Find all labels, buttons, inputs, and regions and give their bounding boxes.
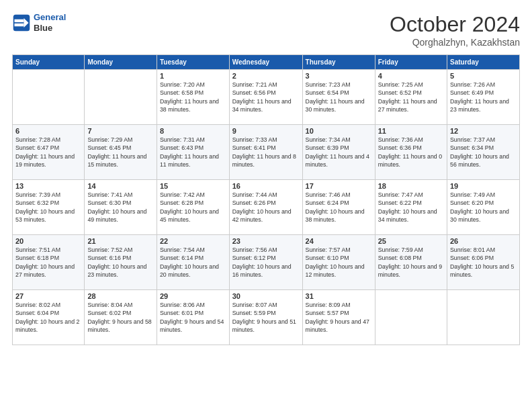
day-number: 24 [306, 237, 372, 245]
day-info: Sunrise: 7:26 AMSunset: 6:49 PMDaylight:… [450, 81, 517, 113]
calendar-cell: 2Sunrise: 7:21 AMSunset: 6:56 PMDaylight… [229, 70, 302, 125]
day-number: 13 [15, 182, 81, 190]
day-number: 6 [15, 127, 81, 135]
calendar-cell: 3Sunrise: 7:23 AMSunset: 6:54 PMDaylight… [302, 70, 375, 125]
day-number: 2 [232, 72, 300, 80]
calendar-cell: 8Sunrise: 7:31 AMSunset: 6:43 PMDaylight… [157, 125, 229, 180]
day-number: 11 [378, 127, 444, 135]
day-number: 14 [87, 182, 154, 190]
day-info: Sunrise: 8:06 AMSunset: 6:01 PMDaylight:… [160, 301, 226, 334]
day-info: Sunrise: 7:29 AMSunset: 6:45 PMDaylight:… [87, 136, 154, 169]
day-info: Sunrise: 7:51 AMSunset: 6:18 PMDaylight:… [15, 246, 81, 279]
calendar-cell: 5Sunrise: 7:26 AMSunset: 6:49 PMDaylight… [447, 70, 519, 125]
calendar-cell: 14Sunrise: 7:41 AMSunset: 6:30 PMDayligh… [85, 180, 157, 235]
day-number: 18 [378, 182, 444, 190]
calendar-cell: 6Sunrise: 7:28 AMSunset: 6:47 PMDaylight… [13, 125, 85, 180]
title-block: October 2024 Qorghalzhyn, Kazakhstan [390, 12, 520, 48]
logo-blue: Blue [34, 23, 66, 34]
calendar-cell: 18Sunrise: 7:47 AMSunset: 6:22 PMDayligh… [375, 180, 447, 235]
calendar-cell: 29Sunrise: 8:06 AMSunset: 6:01 PMDayligh… [157, 290, 229, 345]
day-number: 25 [378, 237, 444, 245]
day-info: Sunrise: 7:56 AMSunset: 6:12 PMDaylight:… [232, 246, 300, 279]
calendar-week-row: 13Sunrise: 7:39 AMSunset: 6:32 PMDayligh… [13, 180, 520, 235]
day-number: 19 [450, 182, 517, 190]
day-info: Sunrise: 7:31 AMSunset: 6:43 PMDaylight:… [160, 136, 226, 169]
day-number: 31 [306, 292, 372, 300]
day-info: Sunrise: 7:47 AMSunset: 6:22 PMDaylight:… [378, 191, 444, 224]
day-info: Sunrise: 7:33 AMSunset: 6:41 PMDaylight:… [232, 136, 300, 169]
calendar-cell: 24Sunrise: 7:57 AMSunset: 6:10 PMDayligh… [302, 235, 375, 290]
day-number: 27 [15, 292, 81, 300]
day-number: 26 [450, 237, 517, 245]
day-number: 1 [160, 72, 226, 80]
calendar-cell [85, 70, 157, 125]
calendar-week-row: 27Sunrise: 8:02 AMSunset: 6:04 PMDayligh… [13, 290, 520, 345]
calendar-cell [375, 290, 447, 345]
day-info: Sunrise: 7:37 AMSunset: 6:34 PMDaylight:… [450, 136, 517, 169]
calendar-cell: 27Sunrise: 8:02 AMSunset: 6:04 PMDayligh… [13, 290, 85, 345]
calendar-cell: 28Sunrise: 8:04 AMSunset: 6:02 PMDayligh… [85, 290, 157, 345]
month-title: October 2024 [390, 12, 520, 37]
calendar-cell: 19Sunrise: 7:49 AMSunset: 6:20 PMDayligh… [447, 180, 519, 235]
day-info: Sunrise: 7:34 AMSunset: 6:39 PMDaylight:… [306, 136, 372, 169]
calendar-cell [447, 290, 519, 345]
calendar-cell: 7Sunrise: 7:29 AMSunset: 6:45 PMDaylight… [85, 125, 157, 180]
day-info: Sunrise: 7:23 AMSunset: 6:54 PMDaylight:… [306, 81, 372, 113]
calendar-week-row: 1Sunrise: 7:20 AMSunset: 6:58 PMDaylight… [13, 70, 520, 125]
logo-general: General [34, 12, 66, 22]
day-number: 9 [232, 127, 300, 135]
calendar-cell: 22Sunrise: 7:54 AMSunset: 6:14 PMDayligh… [157, 235, 229, 290]
day-number: 10 [306, 127, 372, 135]
calendar-cell: 9Sunrise: 7:33 AMSunset: 6:41 PMDaylight… [229, 125, 302, 180]
calendar-cell: 20Sunrise: 7:51 AMSunset: 6:18 PMDayligh… [13, 235, 85, 290]
calendar-cell: 12Sunrise: 7:37 AMSunset: 6:34 PMDayligh… [447, 125, 519, 180]
day-number: 29 [160, 292, 226, 300]
day-number: 17 [306, 182, 372, 190]
calendar-cell: 10Sunrise: 7:34 AMSunset: 6:39 PMDayligh… [302, 125, 375, 180]
day-info: Sunrise: 7:49 AMSunset: 6:20 PMDaylight:… [450, 191, 517, 224]
calendar-week-row: 6Sunrise: 7:28 AMSunset: 6:47 PMDaylight… [13, 125, 520, 180]
day-number: 16 [232, 182, 300, 190]
location: Qorghalzhyn, Kazakhstan [390, 37, 520, 48]
day-number: 30 [232, 292, 300, 300]
day-info: Sunrise: 7:44 AMSunset: 6:26 PMDaylight:… [232, 191, 300, 224]
day-info: Sunrise: 8:01 AMSunset: 6:06 PMDaylight:… [450, 246, 517, 279]
weekday-header: Wednesday [229, 55, 302, 70]
weekday-header: Friday [375, 55, 447, 70]
weekday-header: Tuesday [157, 55, 229, 70]
day-info: Sunrise: 7:28 AMSunset: 6:47 PMDaylight:… [15, 136, 81, 169]
day-info: Sunrise: 7:21 AMSunset: 6:56 PMDaylight:… [232, 81, 300, 113]
day-info: Sunrise: 7:41 AMSunset: 6:30 PMDaylight:… [87, 191, 154, 224]
day-number: 4 [378, 72, 444, 80]
weekday-header: Sunday [13, 55, 85, 70]
day-number: 21 [87, 237, 154, 245]
calendar-cell: 26Sunrise: 8:01 AMSunset: 6:06 PMDayligh… [447, 235, 519, 290]
day-info: Sunrise: 8:02 AMSunset: 6:04 PMDaylight:… [15, 301, 81, 334]
day-number: 7 [87, 127, 154, 135]
calendar-cell: 23Sunrise: 7:56 AMSunset: 6:12 PMDayligh… [229, 235, 302, 290]
day-info: Sunrise: 7:20 AMSunset: 6:58 PMDaylight:… [160, 81, 226, 113]
calendar-cell: 13Sunrise: 7:39 AMSunset: 6:32 PMDayligh… [13, 180, 85, 235]
day-number: 5 [450, 72, 517, 80]
logo-icon [12, 13, 31, 32]
calendar-table: SundayMondayTuesdayWednesdayThursdayFrid… [12, 54, 520, 345]
svg-rect-3 [15, 23, 24, 26]
svg-rect-2 [15, 19, 24, 21]
logo-text: General Blue [34, 12, 66, 33]
calendar-cell [13, 70, 85, 125]
day-info: Sunrise: 7:52 AMSunset: 6:16 PMDaylight:… [87, 246, 154, 279]
day-number: 3 [306, 72, 372, 80]
calendar-cell: 11Sunrise: 7:36 AMSunset: 6:36 PMDayligh… [375, 125, 447, 180]
day-number: 15 [160, 182, 226, 190]
calendar-header-row: SundayMondayTuesdayWednesdayThursdayFrid… [13, 55, 520, 70]
day-number: 20 [15, 237, 81, 245]
day-number: 28 [87, 292, 154, 300]
weekday-header: Saturday [447, 55, 519, 70]
calendar-week-row: 20Sunrise: 7:51 AMSunset: 6:18 PMDayligh… [13, 235, 520, 290]
day-number: 12 [450, 127, 517, 135]
calendar-cell: 15Sunrise: 7:42 AMSunset: 6:28 PMDayligh… [157, 180, 229, 235]
day-info: Sunrise: 7:25 AMSunset: 6:52 PMDaylight:… [378, 81, 444, 113]
weekday-header: Monday [85, 55, 157, 70]
page: General Blue October 2024 Qorghalzhyn, K… [0, 0, 532, 411]
day-info: Sunrise: 8:09 AMSunset: 5:57 PMDaylight:… [306, 301, 372, 334]
